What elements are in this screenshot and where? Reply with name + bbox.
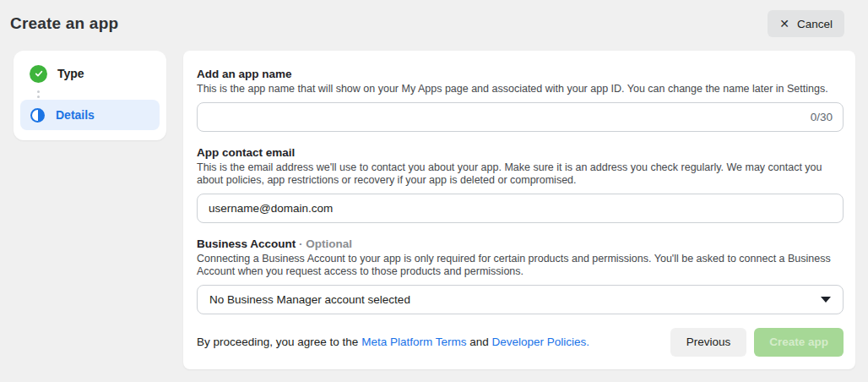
business-account-section: Business Account · Optional Connecting a… [197,237,844,314]
label-separator: · [299,237,303,250]
contact-email-label: App contact email [197,145,844,160]
close-icon: ✕ [779,18,789,30]
previous-button[interactable]: Previous [670,328,747,357]
step-item-details[interactable]: Details [20,100,160,130]
app-name-section: Add an app name This is the app name tha… [197,67,844,132]
agreement-prefix: By proceeding, you agree to the [197,336,361,348]
create-app-button[interactable]: Create app [754,328,844,357]
business-account-label: Business Account · Optional [197,237,844,251]
business-account-label-text: Business Account [197,237,296,250]
half-filled-circle-icon [30,108,45,123]
check-circle-icon [30,65,47,83]
create-app-form-card: Add an app name This is the app name tha… [183,51,855,369]
contact-email-input[interactable] [197,194,844,223]
contact-email-description: This is the email address we'll use to c… [197,161,844,188]
contact-email-section: App contact email This is the email addr… [197,145,844,223]
business-account-dropdown[interactable]: No Business Manager account selected [197,285,844,314]
meta-platform-terms-link[interactable]: Meta Platform Terms [361,336,466,348]
developer-policies-link[interactable]: Developer Policies. [491,336,589,348]
app-name-label: Add an app name [197,67,844,81]
optional-badge: Optional [306,237,352,250]
page-title: Create an app [10,14,118,33]
form-footer: By proceeding, you agree to the Meta Pla… [197,328,844,357]
agreement-text: By proceeding, you agree to the Meta Pla… [197,336,589,348]
cancel-button[interactable]: ✕ Cancel [768,10,844,37]
step-connector-dots [20,89,160,100]
step-label-type: Type [57,67,84,80]
stepper-sidebar: Type Details [14,51,166,140]
step-item-type[interactable]: Type [20,58,160,89]
step-label-details: Details [56,108,95,122]
business-account-selected-value: No Business Manager account selected [209,293,410,306]
business-account-description: Connecting a Business Account to your ap… [197,253,844,279]
app-name-input[interactable] [197,102,844,132]
agreement-middle: and [466,336,491,348]
cancel-button-label: Cancel [797,18,833,30]
chevron-down-icon [821,297,831,303]
app-name-description: This is the app name that will show on y… [197,83,844,96]
